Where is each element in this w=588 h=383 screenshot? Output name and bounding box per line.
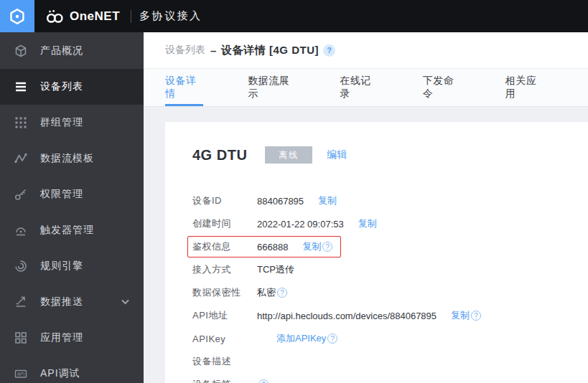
field-value: 私密: [257, 286, 276, 299]
sidebar-item-label: 规则引擎: [40, 260, 83, 273]
sidebar-item-label: 触发器管理: [40, 224, 94, 237]
svg-text:API: API: [17, 372, 25, 377]
hexagon-dot-icon: [8, 7, 27, 26]
tab-datastream-display[interactable]: 数据流展示: [248, 69, 295, 106]
field-value: http://api.heclouds.com/devices/88406789…: [257, 311, 437, 321]
copy-button[interactable]: 复制: [451, 309, 470, 322]
field-row-tags: 设备标签 ?: [192, 373, 588, 383]
sidebar-item-datastream-template[interactable]: 数据流模板: [0, 141, 144, 176]
field-label: 创建时间: [192, 217, 257, 230]
sidebar-item-label: 应用管理: [40, 331, 83, 344]
sidebar-item-app-management[interactable]: 应用管理: [0, 320, 144, 356]
field-label: 数据保密性: [192, 286, 257, 299]
sidebar-item-label: API调试: [40, 367, 80, 380]
platform-logo-button[interactable]: [0, 0, 34, 32]
help-icon[interactable]: ?: [277, 288, 287, 298]
sidebar-item-api-debug[interactable]: API API调试: [0, 356, 144, 383]
sidebar-item-data-push[interactable]: 数据推送: [0, 284, 144, 320]
tab-device-details[interactable]: 设备详情: [165, 69, 203, 106]
field-label: 设备描述: [192, 355, 257, 368]
breadcrumb-current: 设备详情 [4G DTU]: [221, 44, 319, 57]
tab-related-apps[interactable]: 相关应用: [505, 69, 543, 106]
breadcrumb-separator: –: [210, 44, 216, 57]
product-title: 多协议接入: [139, 9, 202, 23]
help-icon[interactable]: ?: [322, 242, 332, 252]
onenet-brand[interactable]: OneNET: [45, 9, 120, 24]
key-icon: [14, 187, 28, 202]
field-label: 接入方式: [192, 263, 257, 276]
breadcrumb: 设备列表 – 设备详情 [4G DTU] ?: [144, 32, 588, 68]
device-title-row: 4G DTU 离线 编辑: [192, 146, 588, 164]
field-row-api-url: API地址 http://api.heclouds.com/devices/88…: [192, 304, 588, 327]
tab-send-command[interactable]: 下发命令: [423, 69, 461, 106]
device-name: 4G DTU: [192, 147, 247, 164]
copy-button[interactable]: 复制: [318, 194, 337, 207]
sidebar-item-permission-management[interactable]: 权限管理: [0, 176, 144, 212]
chevron-down-icon[interactable]: [121, 299, 129, 305]
status-badge: 离线: [265, 146, 312, 164]
field-row-device-id: 设备ID 884067895 复制: [192, 189, 588, 212]
field-row-auth-info: 鉴权信息 666888 复制 ?: [192, 235, 588, 258]
edit-button[interactable]: 编辑: [327, 148, 347, 161]
list-icon: [14, 80, 28, 94]
sidebar-item-device-list[interactable]: 设备列表: [0, 69, 144, 105]
topbar-divider: [131, 10, 131, 23]
device-fields: 设备ID 884067895 复制 创建时间 2022-01-22 09:07:…: [192, 189, 588, 383]
cube-icon: [14, 44, 28, 58]
field-label: 设备ID: [192, 194, 257, 207]
field-value: 2022-01-22 09:07:53: [257, 219, 344, 230]
field-row-access-mode: 接入方式 TCP透传: [192, 258, 588, 281]
field-value: 666888: [257, 242, 288, 252]
tab-online-records[interactable]: 在线记录: [340, 69, 378, 106]
dots-grid-icon: [14, 115, 28, 130]
onenet-rings-icon: [45, 9, 65, 24]
field-row-created-time: 创建时间 2022-01-22 09:07:53 复制: [192, 212, 588, 235]
main-area: 设备列表 – 设备详情 [4G DTU] ? 设备详情 数据流展示 在线记录 下…: [144, 32, 588, 383]
field-row-data-privacy: 数据保密性 私密 ?: [192, 281, 588, 304]
field-value: TCP透传: [257, 263, 294, 276]
top-bar: OneNET 多协议接入: [0, 0, 588, 32]
field-row-apikey: APIKey 添加APIKey ?: [192, 327, 588, 350]
help-icon[interactable]: ?: [258, 379, 269, 383]
sidebar-item-label: 设备列表: [40, 80, 83, 93]
help-icon[interactable]: ?: [471, 311, 481, 321]
sidebar-nav: 产品概况 设备列表 群组管理 数据流模板 权限管理: [0, 32, 144, 383]
add-apikey-button[interactable]: 添加APIKey: [276, 332, 326, 345]
trigger-icon: [14, 223, 28, 237]
sidebar-item-product-overview[interactable]: 产品概况: [0, 33, 144, 69]
field-label: APIKey: [192, 334, 257, 344]
tab-bar: 设备详情 数据流展示 在线记录 下发命令 相关应用: [144, 68, 588, 107]
datastream-icon: [14, 151, 28, 166]
sidebar-item-label: 数据推送: [40, 295, 83, 308]
device-detail-card: 4G DTU 离线 编辑 设备ID 884067895 复制 创建时间 2022…: [165, 122, 588, 383]
sidebar-item-label: 权限管理: [40, 188, 83, 201]
field-label: 鉴权信息: [192, 240, 257, 253]
breadcrumb-help-icon[interactable]: ?: [323, 44, 335, 57]
sidebar-item-trigger-management[interactable]: 触发器管理: [0, 212, 144, 248]
breadcrumb-parent[interactable]: 设备列表: [165, 44, 205, 57]
push-icon: [14, 295, 28, 309]
field-label: API地址: [192, 309, 257, 322]
help-icon[interactable]: ?: [327, 334, 337, 344]
sidebar-item-rule-engine[interactable]: 规则引擎: [0, 248, 144, 284]
field-row-description: 设备描述: [192, 350, 588, 373]
sidebar-item-group-management[interactable]: 群组管理: [0, 105, 144, 141]
brand-name: OneNET: [70, 9, 120, 24]
copy-button[interactable]: 复制: [302, 240, 321, 253]
field-label: 设备标签: [192, 378, 257, 383]
sidebar-item-label: 产品概况: [40, 44, 83, 57]
field-value: 884067895: [257, 196, 304, 207]
copy-button[interactable]: 复制: [358, 217, 377, 230]
sidebar-item-label: 数据流模板: [40, 152, 94, 165]
apps-icon: [14, 331, 28, 345]
api-box-icon: API: [14, 367, 28, 381]
sidebar-item-label: 群组管理: [40, 116, 83, 129]
rules-spiral-icon: [14, 259, 28, 273]
